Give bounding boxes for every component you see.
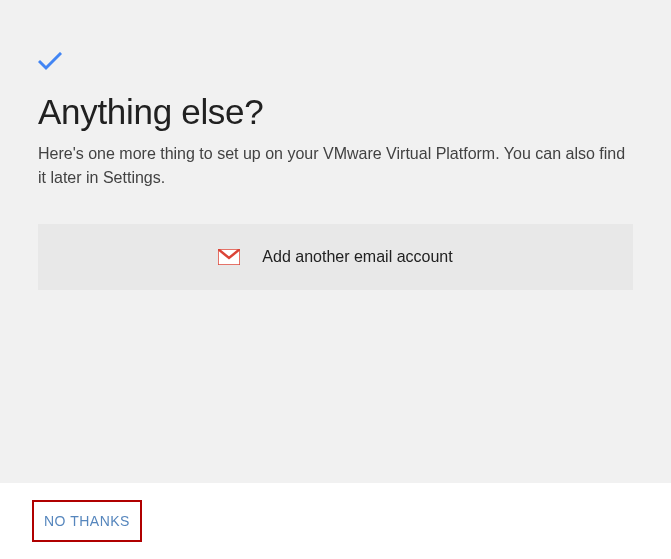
no-thanks-label: NO THANKS: [44, 513, 130, 529]
setup-panel: Anything else? Here's one more thing to …: [0, 0, 671, 483]
page-subtitle: Here's one more thing to set up on your …: [38, 142, 633, 190]
page-title: Anything else?: [38, 92, 633, 132]
no-thanks-button[interactable]: NO THANKS: [32, 500, 142, 542]
add-email-account-button[interactable]: Add another email account: [38, 224, 633, 290]
checkmark-icon: [38, 52, 633, 72]
footer-bar: NO THANKS: [0, 483, 671, 559]
gmail-icon: [218, 249, 240, 265]
add-email-account-label: Add another email account: [262, 248, 452, 266]
